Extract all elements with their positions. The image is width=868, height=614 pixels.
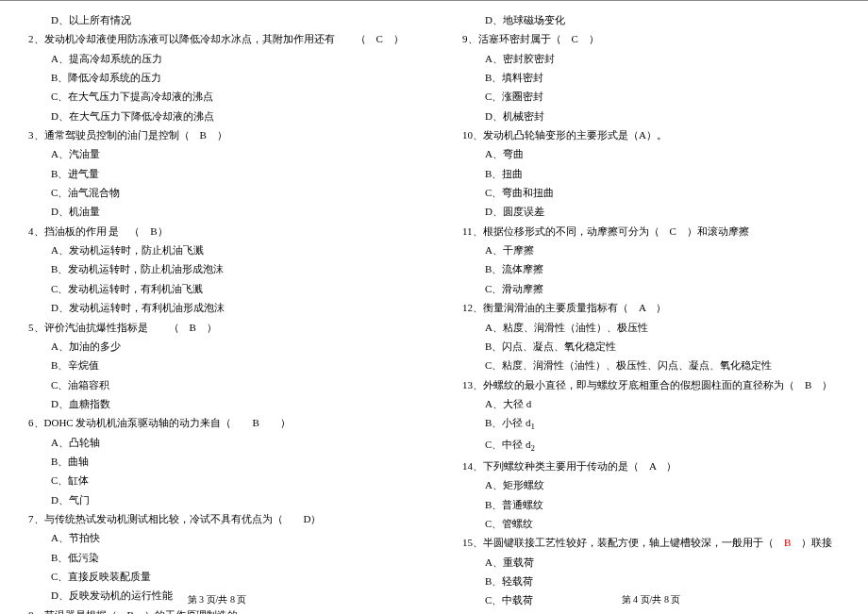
option-line: C、弯曲和扭曲 (462, 183, 840, 202)
question-line: 8、节温器是根据（ B ）的工作原理制造的 (28, 606, 406, 614)
left-content: D、以上所有情况2、发动机冷却液使用防冻液可以降低冷却水冰点，其附加作用还有 （… (28, 10, 406, 614)
page-left: D、以上所有情况2、发动机冷却液使用防冻液可以降低冷却水冰点，其附加作用还有 （… (0, 0, 434, 614)
page-right: D、地球磁场变化9、活塞环密封属于（ C ）A、密封胶密封B、填料密封C、涨圈密… (434, 0, 868, 614)
question-line: 15、半圆键联接工艺性较好，装配方便，轴上键槽较深，一般用于（ B ）联接 (462, 533, 840, 552)
page-container: D、以上所有情况2、发动机冷却液使用防冻液可以降低冷却水冰点，其附加作用还有 （… (0, 0, 868, 614)
option-line: B、填料密封 (462, 68, 840, 87)
question-line: 6、DOHC 发动机机油泵驱动轴的动力来自（ B ） (28, 413, 406, 432)
question-line: 7、与传统热试发动机测试相比较，冷试不具有优点为（ D） (28, 509, 406, 528)
option-line: A、干摩擦 (462, 241, 840, 259)
question-line: 14、下列螺纹种类主要用于传动的是（ A ） (462, 456, 840, 475)
option-line: A、矩形螺纹 (462, 475, 840, 494)
question-line: 5、评价汽油抗爆性指标是 （ B ） (28, 318, 406, 337)
option-line: C、缸体 (28, 471, 406, 490)
question-line: 2、发动机冷却液使用防冻液可以降低冷却水冰点，其附加作用还有 （ C ） (28, 29, 406, 48)
option-line: C、粘度、润滑性（油性）、极压性、闪点、凝点、氧化稳定性 (462, 356, 840, 374)
option-line: A、凸轮轴 (28, 433, 406, 452)
option-line: D、以上所有情况 (28, 10, 406, 29)
option-line: B、进气量 (28, 164, 406, 183)
option-line: B、辛烷值 (28, 356, 406, 374)
option-line: A、重载荷 (462, 553, 840, 572)
option-line: B、曲轴 (28, 452, 406, 471)
left-footer: 第 3 页/共 8 页 (0, 593, 434, 606)
option-line: D、发动机运转时，有利机油形成泡沫 (28, 298, 406, 317)
option-line: A、发动机运转时，防止机油飞溅 (28, 241, 406, 259)
question-line: 3、通常驾驶员控制的油门是控制（ B ） (28, 125, 406, 144)
option-line: A、节拍快 (28, 528, 406, 547)
question-line: 11、根据位移形式的不同，动摩擦可分为（ C ）和滚动摩擦 (462, 222, 840, 241)
option-line: D、在大气压力下降低冷却液的沸点 (28, 107, 406, 125)
option-line: A、弯曲 (462, 144, 840, 163)
option-line: C、管螺纹 (462, 514, 840, 533)
option-line: D、机油量 (28, 202, 406, 221)
question-line: 9、活塞环密封属于（ C ） (462, 29, 840, 48)
question-line: 16、形位公差符号 ⌭ 所表示的项目为（ B ） (462, 610, 840, 614)
option-line: C、在大气压力下提高冷却液的沸点 (28, 87, 406, 106)
question-line: 4、挡油板的作用 是 （ B） (28, 222, 406, 241)
right-content: D、地球磁场变化9、活塞环密封属于（ C ）A、密封胶密封B、填料密封C、涨圈密… (462, 10, 840, 614)
option-line: B、小径 d1 (462, 413, 840, 435)
option-line: D、地球磁场变化 (462, 10, 840, 29)
option-line: C、发动机运转时，有利机油飞溅 (28, 279, 406, 298)
option-line: A、大径 d (462, 394, 840, 413)
option-line: D、机械密封 (462, 107, 840, 125)
option-line: C、中径 d2 (462, 435, 840, 456)
option-line: B、轻载荷 (462, 572, 840, 590)
question-line: 12、衡量润滑油的主要质量指标有（ A ） (462, 298, 840, 317)
question-line: 10、发动机凸轮轴变形的主要形式是（A）。 (462, 125, 840, 144)
option-line: D、气门 (28, 490, 406, 509)
option-line: A、提高冷却系统的压力 (28, 49, 406, 68)
option-line: B、扭曲 (462, 164, 840, 183)
option-line: C、油箱容积 (28, 375, 406, 394)
option-line: A、汽油量 (28, 144, 406, 163)
option-line: A、加油的多少 (28, 337, 406, 356)
option-line: D、血糖指数 (28, 394, 406, 413)
question-line: 13、外螺纹的最小直径，即与螺纹牙底相重合的假想圆柱面的直径称为（ B ） (462, 375, 840, 394)
option-line: A、密封胶密封 (462, 49, 840, 68)
option-line: B、流体摩擦 (462, 259, 840, 278)
option-line: B、普通螺纹 (462, 495, 840, 514)
option-line: A、粘度、润滑性（油性）、极压性 (462, 318, 840, 337)
option-line: B、降低冷却系统的压力 (28, 68, 406, 87)
right-footer: 第 4 页/共 8 页 (434, 593, 868, 606)
option-line: B、低污染 (28, 548, 406, 567)
option-line: C、油气混合物 (28, 183, 406, 202)
option-line: C、涨圈密封 (462, 87, 840, 106)
option-line: D、圆度误差 (462, 202, 840, 221)
option-line: C、直接反映装配质量 (28, 567, 406, 586)
option-line: B、发动机运转时，防止机油形成泡沫 (28, 259, 406, 278)
option-line: B、闪点、凝点、氧化稳定性 (462, 337, 840, 356)
option-line: C、滑动摩擦 (462, 279, 840, 298)
